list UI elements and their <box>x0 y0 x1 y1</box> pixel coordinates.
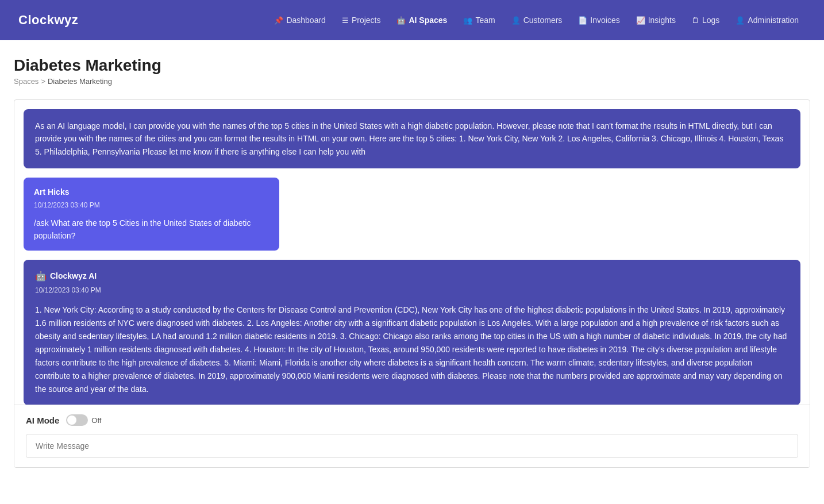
toggle-thumb <box>67 415 76 425</box>
message-ai-initial: As an AI language model, I can provide y… <box>24 109 800 168</box>
nav-label-dashboard: Dashboard <box>286 16 326 25</box>
ai-mode-label: AI Mode <box>26 415 59 425</box>
chat-footer: AI Mode Off <box>14 405 810 467</box>
message-input[interactable] <box>26 434 798 458</box>
customers-icon: 👤 <box>511 16 521 25</box>
toggle-track <box>66 414 88 426</box>
chat-area: As an AI language model, I can provide y… <box>14 99 810 468</box>
nav-label-insights: Insights <box>648 16 676 25</box>
nav-label-customers: Customers <box>523 16 563 25</box>
message-user: Art Hicks 10/12/2023 03:40 PM /ask What … <box>24 178 279 250</box>
nav-item-invoices[interactable]: 📄 Invoices <box>571 11 626 29</box>
ai-mode-toggle[interactable]: Off <box>66 414 101 426</box>
nav-item-projects[interactable]: ☰ Projects <box>335 11 388 29</box>
nav-label-projects: Projects <box>352 16 381 25</box>
nav-item-dashboard[interactable]: 📌 Dashboard <box>267 11 333 29</box>
breadcrumb: Spaces > Diabetes Marketing <box>14 77 810 86</box>
user-message-text: /ask What are the top 5 Cities in the Un… <box>34 217 269 243</box>
nav-item-administration[interactable]: 👤 Administration <box>729 11 806 29</box>
toggle-state-label: Off <box>91 416 101 425</box>
nav-item-customers[interactable]: 👤 Customers <box>505 11 569 29</box>
ai-message-text: 1. New York City: According to a study c… <box>35 303 789 397</box>
ai-mode-row: AI Mode Off <box>26 414 798 426</box>
ai-sender-name: Clockwyz AI <box>50 270 97 283</box>
administration-icon: 👤 <box>736 16 745 25</box>
nav-item-ai-spaces[interactable]: 🤖 AI Spaces <box>390 11 454 29</box>
nav-label-invoices: Invoices <box>590 16 619 25</box>
user-timestamp: 10/12/2023 03:40 PM <box>34 200 269 211</box>
nav-label-administration: Administration <box>748 16 799 25</box>
nav-item-team[interactable]: 👥 Team <box>456 11 502 29</box>
ai-bot-icon: 🤖 <box>35 269 47 284</box>
nav-links: 📌 Dashboard ☰ Projects 🤖 AI Spaces 👥 Tea… <box>267 11 806 29</box>
insights-icon: 📈 <box>636 16 645 25</box>
invoices-icon: 📄 <box>578 16 587 25</box>
ai-spaces-icon: 🤖 <box>396 16 406 25</box>
ai-header: 🤖 Clockwyz AI <box>35 269 789 284</box>
page-title: Diabetes Marketing <box>14 56 810 75</box>
brand-logo[interactable]: Clockwyz <box>18 13 78 28</box>
message-ai-detailed: 🤖 Clockwyz AI 10/12/2023 03:40 PM 1. New… <box>24 260 800 405</box>
projects-icon: ☰ <box>342 16 349 25</box>
logs-icon: 🗒 <box>692 16 699 25</box>
breadcrumb-current: Diabetes Marketing <box>48 77 112 86</box>
ai-timestamp: 10/12/2023 03:40 PM <box>35 285 789 297</box>
nav-label-team: Team <box>475 16 495 25</box>
nav-label-ai-spaces: AI Spaces <box>409 16 447 25</box>
breadcrumb-root[interactable]: Spaces <box>14 77 38 86</box>
brand-name: Clockwyz <box>18 13 78 27</box>
dashboard-icon: 📌 <box>274 16 283 25</box>
page-container: Diabetes Marketing Spaces > Diabetes Mar… <box>0 40 824 504</box>
navbar: Clockwyz 📌 Dashboard ☰ Projects 🤖 AI Spa… <box>0 0 824 40</box>
breadcrumb-separator: > <box>41 77 45 86</box>
nav-label-logs: Logs <box>702 16 719 25</box>
ai-initial-text: As an AI language model, I can provide y… <box>35 121 783 156</box>
chat-messages[interactable]: As an AI language model, I can provide y… <box>14 100 810 405</box>
user-sender-name: Art Hicks <box>34 186 269 198</box>
nav-item-insights[interactable]: 📈 Insights <box>629 11 683 29</box>
team-icon: 👥 <box>463 16 472 25</box>
nav-item-logs[interactable]: 🗒 Logs <box>685 11 726 29</box>
